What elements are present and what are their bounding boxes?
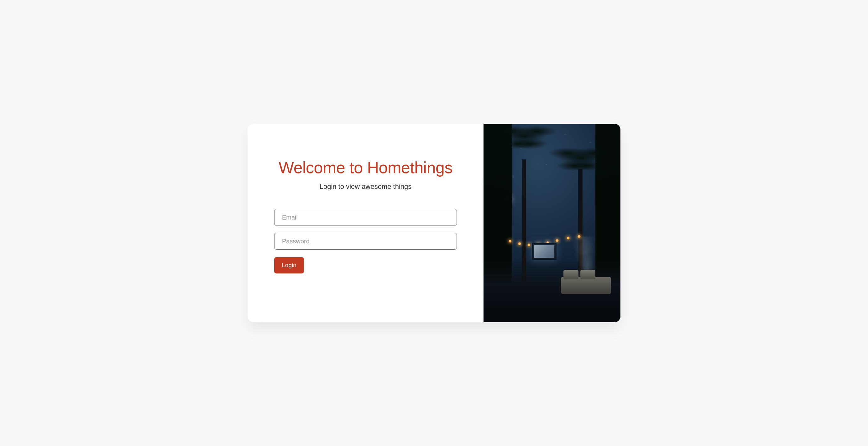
night-scene-backdrop xyxy=(484,124,620,322)
outdoor-screen-icon xyxy=(532,243,557,260)
login-button[interactable]: Login xyxy=(274,257,304,274)
login-card: Welcome to Homethings Login to view awes… xyxy=(248,124,620,322)
palm-fronds-left xyxy=(493,124,556,161)
password-field[interactable] xyxy=(274,233,457,250)
page-subtitle: Login to view awesome things xyxy=(274,183,457,191)
couch-icon xyxy=(561,277,611,294)
login-form: Login xyxy=(274,209,457,274)
hero-image xyxy=(484,124,620,322)
login-form-panel: Welcome to Homethings Login to view awes… xyxy=(248,124,484,322)
page-title: Welcome to Homethings xyxy=(274,158,457,177)
email-field[interactable] xyxy=(274,209,457,226)
